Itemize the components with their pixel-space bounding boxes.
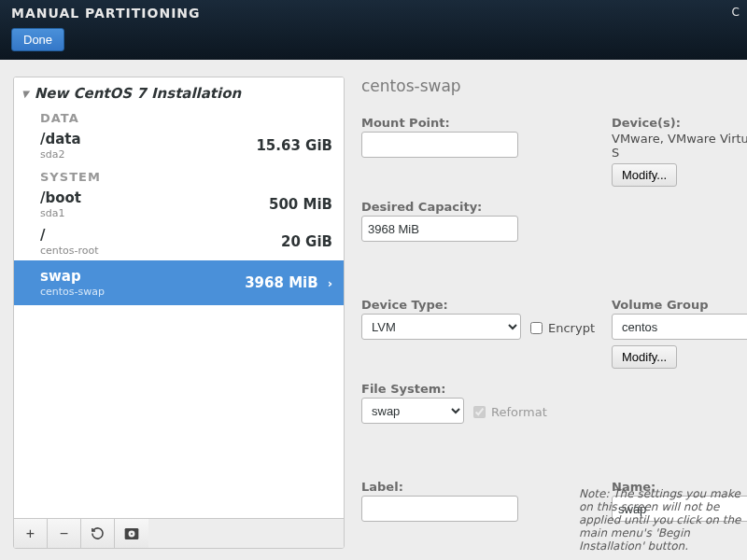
mount-size: 20 GiB	[248, 233, 332, 250]
plus-icon: +	[26, 525, 35, 542]
mount-device: sda1	[40, 207, 248, 219]
partition-toolbar: + −	[14, 518, 344, 548]
disk-icon	[124, 527, 139, 540]
lang-line1: C	[732, 6, 740, 19]
modify-vg-button[interactable]: Modify...	[612, 345, 677, 369]
partition-detail-pane: centos-swap Mount Point: Device(s): VMwa…	[345, 60, 747, 560]
install-expander[interactable]: ▼ New CentOS 7 Installation	[14, 77, 344, 105]
svg-point-2	[131, 533, 133, 535]
reformat-checkbox	[473, 406, 486, 418]
volume-group-select[interactable]: centos	[612, 314, 747, 340]
mount-row-boot[interactable]: /boot sda1 500 MiB	[14, 186, 344, 223]
mount-name: /boot	[40, 189, 248, 206]
header-bar: MANUAL PARTITIONING Done C	[0, 0, 747, 60]
label-devices: Device(s):	[612, 116, 747, 130]
mount-device: centos-swap	[40, 286, 234, 298]
mount-size: 15.63 GiB	[248, 137, 332, 154]
reload-icon	[91, 526, 105, 540]
mount-size: 500 MiB	[248, 196, 332, 213]
section-data: DATA	[14, 105, 344, 127]
mount-name: swap	[40, 268, 234, 285]
label-mount-point: Mount Point:	[361, 116, 595, 130]
mount-size: 3968 MiB	[234, 274, 318, 291]
mount-row-root[interactable]: / centos-root 20 GiB	[14, 223, 344, 260]
label-capacity: Desired Capacity:	[361, 200, 595, 214]
mount-point-input[interactable]	[361, 132, 518, 158]
label-label: Label:	[361, 480, 595, 494]
triangle-down-icon: ▼	[21, 89, 29, 99]
encrypt-label: Encrypt	[548, 321, 595, 335]
detail-form: Mount Point: Device(s): VMware, VMware V…	[361, 108, 747, 522]
minus-icon: −	[60, 525, 68, 542]
page-title: MANUAL PARTITIONING	[11, 6, 736, 21]
mount-name: /	[40, 227, 248, 244]
header-right: C	[732, 6, 740, 19]
reload-button[interactable]	[81, 519, 115, 548]
disk-summary-button[interactable]	[115, 519, 148, 548]
label-volume-group: Volume Group	[612, 298, 747, 312]
done-button[interactable]: Done	[11, 28, 64, 51]
main-area: ▼ New CentOS 7 Installation DATA /data s…	[0, 60, 747, 560]
remove-partition-button[interactable]: −	[48, 519, 81, 548]
label-filesystem: File System:	[361, 382, 595, 396]
detail-title: centos-swap	[361, 77, 747, 95]
label-input[interactable]	[361, 496, 518, 522]
label-device-type: Device Type:	[361, 298, 595, 312]
add-partition-button[interactable]: +	[14, 519, 48, 548]
mount-row-data[interactable]: /data sda2 15.63 GiB	[14, 127, 344, 164]
section-system: SYSTEM	[14, 164, 344, 186]
desired-capacity-input[interactable]	[361, 216, 518, 242]
mount-name: /data	[40, 131, 248, 147]
filesystem-select[interactable]: swap	[361, 398, 464, 424]
partition-list: ▼ New CentOS 7 Installation DATA /data s…	[14, 77, 344, 518]
install-title: New CentOS 7 Installation	[35, 85, 241, 102]
device-type-select[interactable]: LVM	[361, 314, 521, 340]
settings-note: Note: The settings you make on this scre…	[579, 487, 747, 553]
chevron-right-icon: ›	[328, 276, 332, 290]
partition-list-pane: ▼ New CentOS 7 Installation DATA /data s…	[13, 77, 345, 549]
encrypt-checkbox[interactable]	[530, 322, 543, 334]
mount-device: centos-root	[40, 245, 248, 257]
modify-devices-button[interactable]: Modify...	[612, 163, 677, 187]
mount-device: sda2	[40, 148, 248, 161]
reformat-label: Reformat	[491, 405, 547, 419]
device-text: VMware, VMware Virtual S	[612, 132, 747, 160]
mount-row-swap[interactable]: swap centos-swap 3968 MiB ›	[14, 260, 344, 305]
